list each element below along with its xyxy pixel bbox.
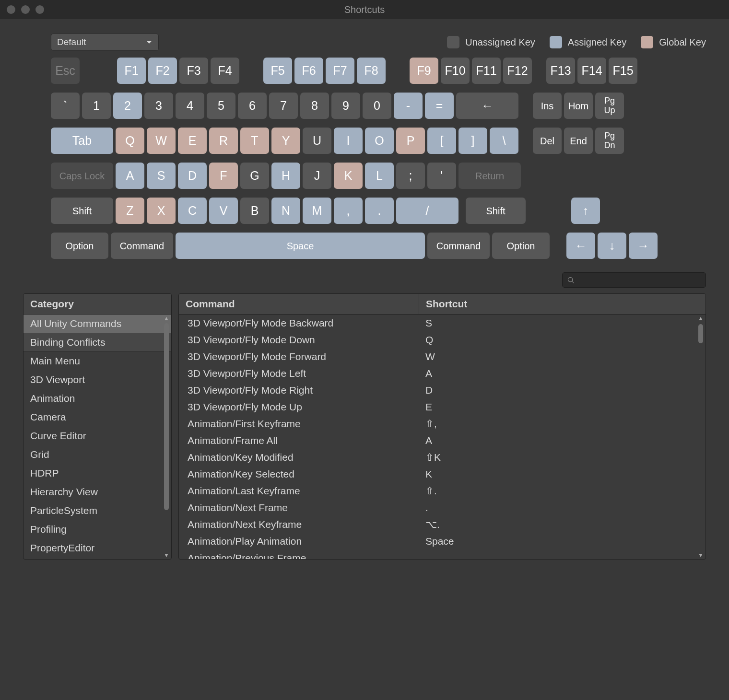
key-ins[interactable]: Ins	[533, 93, 562, 119]
key-command[interactable]: Command	[111, 233, 173, 259]
key-del[interactable]: Del	[533, 128, 562, 154]
key-f[interactable]: F	[209, 163, 238, 189]
key-u[interactable]: U	[303, 128, 331, 154]
command-row[interactable]: 3D Viewport/Fly Mode DownQ	[179, 331, 705, 348]
command-row[interactable]: 3D Viewport/Fly Mode ForwardW	[179, 348, 705, 365]
category-list[interactable]: All Unity CommandsBinding ConflictsMain …	[24, 315, 171, 559]
command-row[interactable]: Animation/Previous Frame,	[179, 549, 705, 559]
command-row[interactable]: Animation/Key Modified⇧K	[179, 449, 705, 466]
profile-select[interactable]: Default	[51, 34, 159, 51]
command-row[interactable]: 3D Viewport/Fly Mode UpE	[179, 398, 705, 415]
key-f8[interactable]: F8	[357, 58, 386, 84]
category-item[interactable]: Scene Picking	[24, 558, 171, 559]
key-f12[interactable]: F12	[503, 58, 532, 84]
key--[interactable]: \	[490, 128, 518, 154]
scroll-up-icon[interactable]: ▲	[163, 315, 170, 322]
key-c[interactable]: C	[178, 198, 207, 224]
command-row[interactable]: Animation/Play AnimationSpace	[179, 533, 705, 549]
key-f7[interactable]: F7	[326, 58, 354, 84]
key-t[interactable]: T	[240, 128, 269, 154]
key-6[interactable]: 6	[238, 93, 267, 119]
key-shift[interactable]: Shift	[466, 198, 526, 224]
key-h[interactable]: H	[271, 163, 300, 189]
key-x[interactable]: X	[147, 198, 176, 224]
scroll-thumb[interactable]	[164, 323, 169, 510]
key-f10[interactable]: F10	[441, 58, 470, 84]
scroll-thumb[interactable]	[698, 324, 703, 343]
key--[interactable]: ,	[334, 198, 363, 224]
search-input[interactable]	[578, 275, 701, 285]
key--[interactable]: ;	[396, 163, 425, 189]
key--[interactable]: '	[427, 163, 456, 189]
key-shift[interactable]: Shift	[51, 198, 113, 224]
key--[interactable]: `	[51, 93, 80, 119]
category-item[interactable]: Binding Conflicts	[24, 333, 171, 352]
key-3[interactable]: 3	[144, 93, 173, 119]
key-0[interactable]: 0	[363, 93, 391, 119]
scroll-down-icon[interactable]: ▼	[697, 551, 705, 559]
key-f9[interactable]: F9	[410, 58, 438, 84]
key-end[interactable]: End	[564, 128, 593, 154]
category-item[interactable]: All Unity Commands	[24, 315, 171, 333]
key-s[interactable]: S	[147, 163, 176, 189]
key-5[interactable]: 5	[207, 93, 235, 119]
command-row[interactable]: Animation/Frame AllA	[179, 432, 705, 449]
commands-list[interactable]: 3D Viewport/Fly Mode BackwardS3D Viewpor…	[179, 315, 705, 559]
key--[interactable]: →	[629, 233, 658, 259]
command-row[interactable]: 3D Viewport/Fly Mode RightD	[179, 382, 705, 398]
category-item[interactable]: Animation	[24, 389, 171, 408]
key--[interactable]: ↓	[598, 233, 626, 259]
command-row[interactable]: Animation/Last Keyframe⇧.	[179, 482, 705, 499]
key-1[interactable]: 1	[82, 93, 111, 119]
key-d[interactable]: D	[178, 163, 207, 189]
key-option[interactable]: Option	[492, 233, 550, 259]
key-e[interactable]: E	[178, 128, 207, 154]
category-item[interactable]: PropertyEditor	[24, 539, 171, 558]
key-pg-dn[interactable]: PgDn	[595, 128, 624, 154]
key--[interactable]: ↑	[571, 198, 600, 224]
category-item[interactable]: Curve Editor	[24, 427, 171, 445]
key-i[interactable]: I	[334, 128, 363, 154]
key-g[interactable]: G	[240, 163, 269, 189]
key-f5[interactable]: F5	[263, 58, 292, 84]
key-space[interactable]: Space	[176, 233, 425, 259]
category-item[interactable]: ParticleSystem	[24, 502, 171, 520]
key-z[interactable]: Z	[116, 198, 144, 224]
key-tab[interactable]: Tab	[51, 128, 113, 154]
command-row[interactable]: 3D Viewport/Fly Mode BackwardS	[179, 315, 705, 331]
category-item[interactable]: Hierarchy View	[24, 483, 171, 502]
key-m[interactable]: M	[303, 198, 331, 224]
key-l[interactable]: L	[365, 163, 394, 189]
category-item[interactable]: HDRP	[24, 464, 171, 483]
command-row[interactable]: Animation/First Keyframe⇧,	[179, 415, 705, 432]
scroll-up-icon[interactable]: ▲	[697, 315, 705, 322]
key-o[interactable]: O	[365, 128, 394, 154]
key-command[interactable]: Command	[427, 233, 490, 259]
key-q[interactable]: Q	[116, 128, 144, 154]
key-f15[interactable]: F15	[609, 58, 637, 84]
key-v[interactable]: V	[209, 198, 238, 224]
key-hom[interactable]: Hom	[564, 93, 593, 119]
key-f13[interactable]: F13	[546, 58, 575, 84]
key-f1[interactable]: F1	[117, 58, 146, 84]
key--[interactable]: ]	[459, 128, 487, 154]
category-item[interactable]: 3D Viewport	[24, 371, 171, 389]
key-b[interactable]: B	[240, 198, 269, 224]
category-item[interactable]: Main Menu	[24, 352, 171, 371]
command-row[interactable]: Animation/Next Keyframe⌥.	[179, 516, 705, 533]
key-2[interactable]: 2	[113, 93, 142, 119]
key--[interactable]: =	[425, 93, 454, 119]
key-p[interactable]: P	[396, 128, 425, 154]
key-pg-up[interactable]: PgUp	[595, 93, 624, 119]
key-n[interactable]: N	[271, 198, 300, 224]
key-r[interactable]: R	[209, 128, 238, 154]
key--[interactable]: ←	[566, 233, 595, 259]
key-k[interactable]: K	[334, 163, 363, 189]
command-row[interactable]: Animation/Key SelectedK	[179, 466, 705, 482]
key-f11[interactable]: F11	[472, 58, 501, 84]
key--[interactable]: /	[396, 198, 459, 224]
key-4[interactable]: 4	[176, 93, 204, 119]
key-7[interactable]: 7	[269, 93, 298, 119]
key--[interactable]: -	[394, 93, 423, 119]
key-option[interactable]: Option	[51, 233, 108, 259]
